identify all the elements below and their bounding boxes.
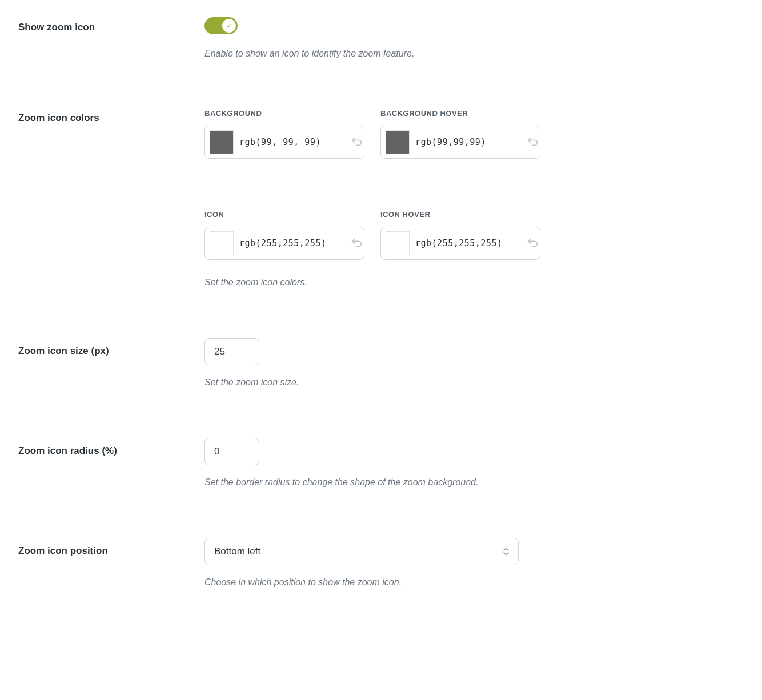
- row-zoom-icon-colors: Zoom icon colors BACKGROUND BACKGROUND H…: [18, 109, 744, 289]
- description-zoom-icon-size: Set the zoom icon size.: [204, 376, 627, 389]
- color-field-background: BACKGROUND: [204, 109, 364, 159]
- label-col: Zoom icon radius (%): [18, 438, 204, 457]
- color-swatch-icon[interactable]: [210, 231, 234, 255]
- label-show-zoom-icon: Show zoom icon: [18, 22, 95, 33]
- color-input-background-hover: [380, 126, 540, 159]
- description-zoom-icon-radius: Set the border radius to change the shap…: [204, 476, 627, 489]
- reset-button-icon-hover[interactable]: [524, 235, 542, 252]
- label-col: Zoom icon size (px): [18, 338, 204, 357]
- undo-icon: [527, 136, 539, 148]
- color-value-icon-hover[interactable]: [415, 238, 524, 248]
- check-icon: [226, 22, 232, 29]
- row-zoom-icon-position: Zoom icon position Bottom left Choose in…: [18, 538, 744, 589]
- toggle-knob: [222, 19, 236, 33]
- reset-button-icon[interactable]: [348, 235, 366, 252]
- control-col: Enable to show an icon to identify the z…: [204, 17, 627, 61]
- color-input-icon: [204, 227, 364, 260]
- label-zoom-icon-radius: Zoom icon radius (%): [18, 445, 117, 456]
- input-zoom-icon-size[interactable]: [204, 338, 259, 365]
- row-show-zoom-icon: Show zoom icon Enable to show an icon to…: [18, 17, 744, 61]
- control-col: Bottom left Choose in which position to …: [204, 538, 627, 589]
- color-field-icon-hover: ICON HOVER: [380, 210, 540, 260]
- select-zoom-icon-position[interactable]: Bottom left: [204, 538, 519, 565]
- undo-icon: [351, 237, 363, 250]
- color-grid: BACKGROUND BACKGROUND HOVER: [204, 109, 627, 260]
- reset-button-background[interactable]: [348, 134, 366, 151]
- row-zoom-icon-size: Zoom icon size (px) Set the zoom icon si…: [18, 338, 744, 389]
- control-col: Set the zoom icon size.: [204, 338, 627, 389]
- color-swatch-icon-hover[interactable]: [386, 231, 410, 255]
- toggle-show-zoom-icon[interactable]: [204, 17, 238, 34]
- control-col: BACKGROUND BACKGROUND HOVER: [204, 109, 627, 289]
- sublabel-icon-hover: ICON HOVER: [380, 210, 540, 219]
- control-col: Set the border radius to change the shap…: [204, 438, 627, 489]
- undo-icon: [351, 136, 363, 148]
- description-show-zoom-icon: Enable to show an icon to identify the z…: [204, 47, 627, 61]
- sublabel-background: BACKGROUND: [204, 109, 364, 118]
- undo-icon: [527, 237, 539, 250]
- color-swatch-background[interactable]: [210, 130, 234, 154]
- label-zoom-icon-colors: Zoom icon colors: [18, 112, 99, 123]
- description-zoom-icon-position: Choose in which position to show the zoo…: [204, 576, 627, 589]
- label-col: Show zoom icon: [18, 17, 204, 33]
- description-zoom-icon-colors: Set the zoom icon colors.: [204, 276, 627, 289]
- color-value-background-hover[interactable]: [415, 137, 524, 147]
- label-zoom-icon-size: Zoom icon size (px): [18, 345, 109, 356]
- color-input-background: [204, 126, 364, 159]
- reset-button-background-hover[interactable]: [524, 134, 542, 151]
- color-value-icon[interactable]: [239, 238, 348, 248]
- color-field-background-hover: BACKGROUND HOVER: [380, 109, 540, 159]
- row-zoom-icon-radius: Zoom icon radius (%) Set the border radi…: [18, 438, 744, 489]
- select-wrap: Bottom left: [204, 538, 519, 565]
- input-zoom-icon-radius[interactable]: [204, 438, 259, 465]
- color-swatch-background-hover[interactable]: [386, 130, 410, 154]
- sublabel-icon: ICON: [204, 210, 364, 219]
- color-value-background[interactable]: [239, 137, 348, 147]
- sublabel-background-hover: BACKGROUND HOVER: [380, 109, 540, 118]
- label-col: Zoom icon position: [18, 538, 204, 557]
- label-col: Zoom icon colors: [18, 109, 204, 124]
- label-zoom-icon-position: Zoom icon position: [18, 545, 108, 556]
- color-field-icon: ICON: [204, 210, 364, 260]
- color-input-icon-hover: [380, 227, 540, 260]
